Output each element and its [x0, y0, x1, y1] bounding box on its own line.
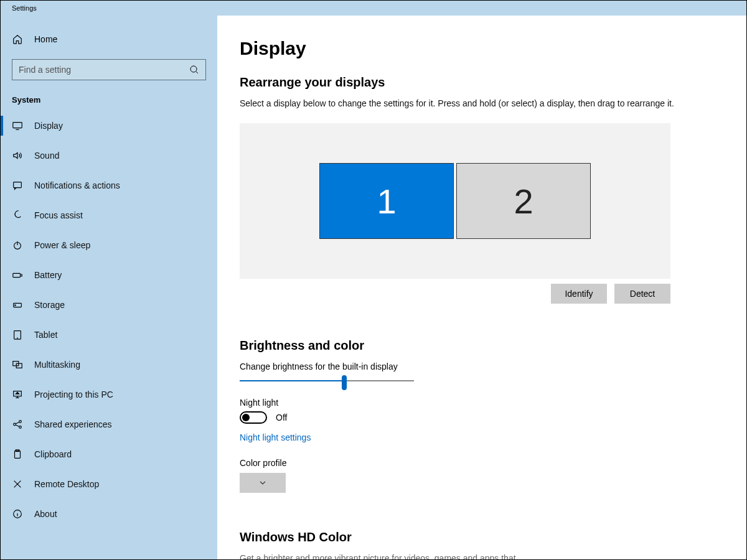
home-label: Home [34, 34, 57, 44]
tablet-icon [12, 329, 23, 340]
nightlight-toggle[interactable] [240, 411, 267, 424]
sidebar-item-label: Notifications & actions [34, 180, 120, 190]
search-box[interactable] [12, 59, 206, 80]
identify-button[interactable]: Identify [551, 284, 607, 304]
monitor-2[interactable]: 2 [456, 163, 591, 239]
sidebar-item-power-sleep[interactable]: Power & sleep [1, 230, 217, 260]
about-icon [12, 508, 23, 520]
brightness-slider-wrap [217, 375, 746, 386]
brightness-heading: Brightness and color [217, 338, 746, 353]
battery-icon [12, 269, 23, 281]
svg-point-11 [14, 423, 16, 426]
notifications-icon [12, 180, 23, 191]
detect-button[interactable]: Detect [614, 284, 670, 304]
svg-point-0 [190, 66, 197, 72]
sidebar-item-projecting[interactable]: Projecting to this PC [1, 380, 217, 409]
home-button[interactable]: Home [1, 27, 217, 52]
clipboard-icon [12, 449, 23, 460]
sidebar-item-label: Remote Desktop [34, 479, 99, 489]
search-input[interactable] [19, 65, 189, 75]
sidebar-item-label: Battery [34, 270, 62, 280]
sidebar-item-sound[interactable]: Sound [1, 141, 217, 170]
sidebar-section-label: System [1, 80, 217, 111]
monitor-label: 1 [377, 181, 396, 222]
sidebar: Home System Display Sound [1, 16, 217, 559]
svg-point-12 [19, 421, 22, 423]
monitor-1[interactable]: 1 [319, 163, 454, 239]
nightlight-settings-link[interactable]: Night light settings [217, 432, 311, 442]
content-area: Display Rearrange your displays Select a… [217, 16, 746, 559]
arrange-buttons: Identify Detect [240, 284, 670, 304]
display-icon [12, 120, 23, 131]
nightlight-state: Off [276, 413, 287, 422]
nightlight-row: Off [217, 411, 746, 424]
sidebar-item-label: Sound [34, 151, 59, 161]
projecting-icon [12, 389, 23, 400]
svg-rect-1 [13, 123, 22, 128]
sidebar-item-storage[interactable]: Storage [1, 290, 217, 320]
remote-desktop-icon [12, 478, 23, 490]
chevron-down-icon [259, 479, 266, 487]
sound-icon [12, 150, 23, 161]
sidebar-item-about[interactable]: About [1, 499, 217, 529]
sidebar-item-label: Display [34, 121, 63, 131]
brightness-section: Brightness and color Change brightness f… [217, 338, 746, 493]
svg-point-13 [19, 426, 22, 429]
colorprofile-dropdown[interactable] [240, 473, 286, 493]
power-icon [12, 240, 23, 251]
monitor-label: 2 [514, 181, 533, 222]
search-icon [189, 65, 199, 75]
hd-color-desc: Get a brighter and more vibrant picture … [217, 553, 746, 559]
svg-rect-2 [14, 182, 22, 188]
sidebar-item-label: Projecting to this PC [34, 390, 113, 399]
svg-point-6 [15, 305, 16, 306]
sidebar-item-tablet[interactable]: Tablet [1, 320, 217, 350]
page-title: Display [217, 38, 746, 59]
sidebar-item-clipboard[interactable]: Clipboard [1, 439, 217, 469]
storage-icon [12, 299, 23, 310]
sidebar-item-label: Clipboard [34, 449, 72, 459]
sidebar-item-shared-experiences[interactable]: Shared experiences [1, 409, 217, 439]
hd-color-section: Windows HD Color Get a brighter and more… [217, 530, 746, 559]
toggle-knob [242, 414, 250, 421]
multitasking-icon [12, 359, 23, 370]
sidebar-item-battery[interactable]: Battery [1, 260, 217, 290]
search-wrap [1, 52, 217, 80]
slider-fill [240, 380, 344, 381]
brightness-slider-label: Change brightness for the built-in displ… [217, 362, 746, 371]
home-icon [12, 34, 23, 45]
window-title: Settings [12, 4, 37, 12]
window-body: Home System Display Sound [1, 16, 746, 559]
focus-assist-icon [12, 210, 23, 221]
sidebar-item-label: Shared experiences [34, 419, 112, 429]
sidebar-item-label: Storage [34, 300, 65, 310]
colorprofile-label: Color profile [217, 458, 746, 468]
sidebar-item-focus-assist[interactable]: Focus assist [1, 200, 217, 230]
sidebar-nav: Display Sound Notifications & actions Fo… [1, 111, 217, 529]
sidebar-item-label: Multitasking [34, 360, 80, 370]
svg-rect-14 [15, 451, 21, 459]
sidebar-item-notifications[interactable]: Notifications & actions [1, 170, 217, 200]
sidebar-item-label: Focus assist [34, 210, 83, 220]
rearrange-desc: Select a display below to change the set… [217, 98, 746, 108]
window-titlebar: Settings [1, 1, 746, 16]
sidebar-item-remote-desktop[interactable]: Remote Desktop [1, 469, 217, 499]
sidebar-item-label: About [34, 509, 57, 519]
settings-window: Settings Home System [0, 0, 747, 560]
rearrange-heading: Rearrange your displays [217, 75, 746, 90]
sidebar-item-multitasking[interactable]: Multitasking [1, 350, 217, 380]
shared-icon [12, 419, 23, 430]
svg-rect-4 [13, 273, 21, 277]
brightness-slider[interactable] [240, 375, 414, 386]
hd-color-heading: Windows HD Color [217, 530, 746, 544]
slider-thumb[interactable] [342, 375, 347, 390]
display-arrangement-canvas[interactable]: 1 2 [240, 123, 670, 279]
sidebar-item-display[interactable]: Display [1, 111, 217, 141]
sidebar-item-label: Power & sleep [34, 240, 90, 250]
sidebar-item-label: Tablet [34, 330, 57, 340]
nightlight-label: Night light [217, 398, 746, 408]
